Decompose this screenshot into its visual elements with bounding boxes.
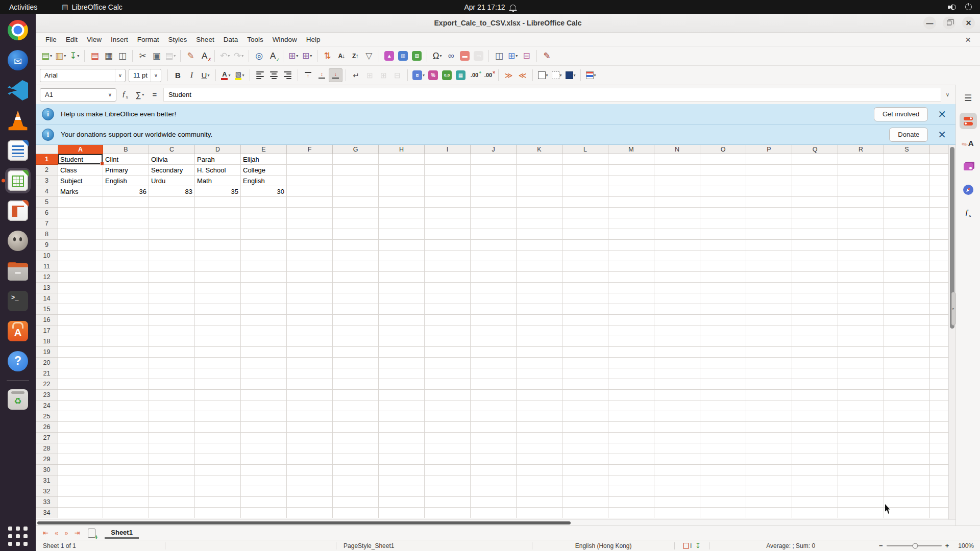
cell[interactable] — [241, 325, 287, 336]
cell[interactable] — [930, 465, 948, 475]
cell[interactable] — [838, 443, 884, 454]
insert-special-character[interactable]: Ω▾ — [430, 49, 444, 63]
row-header-25[interactable]: 25 — [36, 411, 58, 422]
cell[interactable] — [930, 208, 948, 218]
cell[interactable] — [379, 336, 425, 347]
cell[interactable] — [425, 165, 471, 176]
cell[interactable] — [517, 218, 562, 229]
cell[interactable] — [884, 368, 930, 379]
cell[interactable] — [103, 293, 149, 304]
column-header-Q[interactable]: Q — [792, 145, 838, 154]
cell[interactable] — [838, 293, 884, 304]
cell[interactable] — [103, 422, 149, 433]
cell[interactable] — [287, 154, 333, 165]
cell[interactable] — [471, 165, 517, 176]
sidebar-settings[interactable]: ☰ — [960, 90, 977, 106]
column-header-J[interactable]: J — [471, 145, 517, 154]
cell[interactable] — [562, 486, 608, 497]
headers-and-footers[interactable]: ▭ — [472, 49, 485, 63]
print[interactable]: ▦ — [102, 49, 115, 63]
dock-item-files[interactable] — [0, 258, 36, 284]
cell[interactable] — [333, 154, 379, 165]
cell[interactable] — [884, 379, 930, 390]
cell[interactable] — [746, 315, 792, 325]
sort-descending[interactable]: Z↑ — [348, 49, 362, 63]
cell[interactable] — [792, 272, 838, 283]
close-icon[interactable]: ✕ — [935, 130, 949, 140]
cell[interactable] — [425, 336, 471, 347]
cell[interactable] — [838, 508, 884, 518]
cell[interactable] — [562, 251, 608, 261]
row-header-18[interactable]: 18 — [36, 336, 58, 347]
cell[interactable] — [471, 400, 517, 411]
cell[interactable] — [838, 422, 884, 433]
split-window[interactable]: ◫ — [492, 49, 506, 63]
align-right[interactable] — [281, 68, 295, 82]
cell[interactable] — [149, 304, 195, 315]
merge-and-center-cells[interactable]: ⊞ — [363, 68, 377, 82]
cell[interactable] — [517, 240, 562, 251]
cell[interactable] — [930, 315, 948, 325]
cell[interactable] — [608, 508, 654, 518]
cell[interactable] — [838, 486, 884, 497]
row-header-31[interactable]: 31 — [36, 475, 58, 486]
copy[interactable]: ▣ — [150, 49, 163, 63]
cell[interactable] — [608, 208, 654, 218]
cell[interactable] — [838, 229, 884, 240]
row-header-7[interactable]: 7 — [36, 218, 58, 229]
cell[interactable] — [700, 197, 746, 208]
cell[interactable] — [58, 379, 103, 390]
cell[interactable] — [333, 176, 379, 186]
font-name-select[interactable]: Arial∨ — [40, 69, 126, 82]
cell[interactable] — [930, 272, 948, 283]
dock-item-gimp[interactable] — [0, 228, 36, 254]
cell[interactable] — [471, 475, 517, 486]
cell[interactable] — [58, 347, 103, 358]
cell[interactable] — [425, 325, 471, 336]
cell[interactable] — [195, 218, 241, 229]
cell[interactable] — [608, 368, 654, 379]
cell[interactable] — [562, 176, 608, 186]
column-header-P[interactable]: P — [746, 145, 792, 154]
cell[interactable]: 30 — [241, 186, 287, 197]
cell[interactable] — [517, 400, 562, 411]
cell[interactable] — [562, 508, 608, 518]
cell[interactable] — [930, 186, 948, 197]
cell[interactable] — [287, 272, 333, 283]
align-bottom[interactable]: ↓ — [329, 68, 342, 82]
font-color[interactable]: A▾ — [219, 68, 233, 82]
cell[interactable] — [195, 465, 241, 475]
cell[interactable] — [425, 197, 471, 208]
cell[interactable] — [562, 208, 608, 218]
cell[interactable] — [333, 186, 379, 197]
cell[interactable] — [884, 176, 930, 186]
cell[interactable] — [562, 454, 608, 465]
cell[interactable] — [103, 475, 149, 486]
cell[interactable] — [562, 443, 608, 454]
cell[interactable] — [746, 390, 792, 400]
cell[interactable] — [838, 208, 884, 218]
cell[interactable] — [654, 400, 700, 411]
cell[interactable] — [792, 240, 838, 251]
cell[interactable] — [838, 465, 884, 475]
cell[interactable] — [425, 186, 471, 197]
cell[interactable] — [608, 465, 654, 475]
sort-ascending[interactable]: A↓ — [334, 49, 348, 63]
cell[interactable] — [471, 304, 517, 315]
column-header-I[interactable]: I — [425, 145, 471, 154]
cell[interactable] — [241, 347, 287, 358]
cell[interactable] — [700, 336, 746, 347]
cell[interactable] — [195, 475, 241, 486]
cell[interactable] — [58, 400, 103, 411]
cell[interactable] — [241, 315, 287, 325]
cell[interactable] — [58, 315, 103, 325]
cell[interactable] — [930, 336, 948, 347]
row-header-17[interactable]: 17 — [36, 325, 58, 336]
cell[interactable] — [471, 176, 517, 186]
cell[interactable] — [930, 422, 948, 433]
cell[interactable] — [517, 176, 562, 186]
cell[interactable] — [195, 229, 241, 240]
cell[interactable] — [608, 154, 654, 165]
cell[interactable] — [287, 508, 333, 518]
cell[interactable] — [746, 454, 792, 465]
